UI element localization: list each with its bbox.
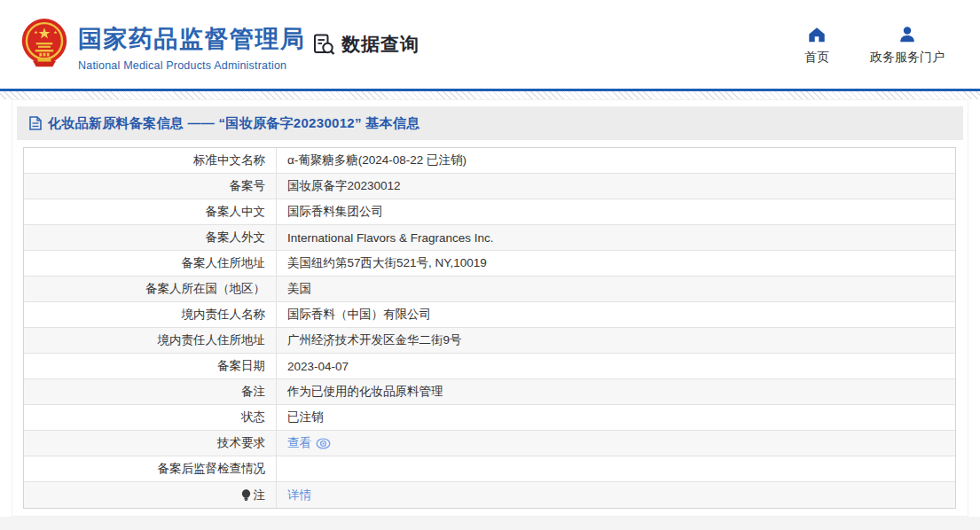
row-value: 美国纽约第57西大街521号, NY,10019 [277, 251, 955, 276]
row-value: α-葡聚糖多糖(2024-08-22 已注销) [277, 148, 955, 173]
data-query-tab[interactable]: 数据查询 [312, 32, 419, 57]
table-row: 备案人中文 国际香料集团公司 [24, 199, 955, 225]
row-label: 标准中文名称 [24, 148, 277, 173]
national-emblem-icon [20, 18, 69, 69]
org-name-en: National Medical Products Administration [78, 59, 306, 72]
table-row: 备案日期 2023-04-07 [24, 354, 955, 379]
row-label: 备案后监督检查情况 [24, 456, 277, 481]
table-row: 备案人住所地址 美国纽约第57西大街521号, NY,10019 [24, 251, 955, 277]
row-value: 详情 [277, 482, 955, 508]
row-label: 备案人所在国（地区） [24, 277, 277, 301]
row-label: 备案人外文 [24, 225, 277, 250]
nav-item-gov-portal[interactable]: 政务服务门户 [870, 25, 945, 66]
row-value: 国际香料集团公司 [277, 199, 955, 224]
bulb-icon [241, 489, 251, 502]
page-title-bar: 化妆品新原料备案信息 —— “国妆原备字20230012” 基本信息 [17, 106, 963, 140]
table-row: 备案后监督检查情况 [24, 456, 955, 482]
user-icon [898, 25, 917, 44]
footer-strip [0, 517, 980, 530]
row-label: 备案人中文 [24, 199, 277, 224]
table-row: 状态 已注销 [24, 405, 955, 431]
document-icon [29, 116, 42, 130]
top-nav: 首页 政务服务门户 [804, 25, 945, 66]
row-value [277, 456, 955, 481]
row-value: 已注销 [277, 405, 955, 430]
table-row-note: 注 详情 [24, 482, 955, 508]
nmpa-emblem-logo [20, 18, 69, 69]
document-search-icon [312, 33, 336, 57]
row-value: 2023-04-07 [277, 354, 955, 378]
org-title-block: 国家药品监督管理局 National Medical Products Admi… [78, 23, 306, 72]
site-header: 国家药品监督管理局 National Medical Products Admi… [0, 0, 980, 89]
note-label: 注 [254, 487, 266, 503]
row-label: 备案号 [24, 174, 277, 199]
page-title: 化妆品新原料备案信息 —— “国妆原备字20230012” 基本信息 [48, 115, 419, 132]
table-row: 备案人所在国（地区） 美国 [24, 277, 955, 302]
row-label: 备注 [24, 379, 277, 404]
home-icon [807, 25, 827, 44]
row-label: 状态 [24, 405, 277, 430]
hatch-stripe-band [0, 91, 980, 99]
row-label: 境内责任人名称 [24, 302, 277, 327]
row-label: 境内责任人住所地址 [24, 328, 277, 353]
table-row: 标准中文名称 α-葡聚糖多糖(2024-08-22 已注销) [24, 148, 955, 174]
nav-item-home[interactable]: 首页 [804, 25, 829, 66]
data-query-label: 数据查询 [341, 32, 419, 57]
record-info-table: 标准中文名称 α-葡聚糖多糖(2024-08-22 已注销) 备案号 国妆原备字… [23, 147, 956, 509]
table-row-tech-requirements: 技术要求 查看 [24, 431, 955, 456]
nav-gov-portal-label: 政务服务门户 [870, 50, 945, 66]
content-card: 化妆品新原料备案信息 —— “国妆原备字20230012” 基本信息 标准中文名… [12, 99, 968, 517]
view-tech-requirements-link[interactable]: 查看 [287, 435, 311, 451]
row-value: 广州经济技术开发区金华二街9号 [277, 328, 955, 353]
table-row: 境内责任人住所地址 广州经济技术开发区金华二街9号 [24, 328, 955, 354]
row-value: International Flavors & Fragrances Inc. [277, 225, 955, 250]
row-label: 备案人住所地址 [24, 251, 277, 276]
table-row: 备案人外文 International Flavors & Fragrances… [24, 225, 955, 251]
table-row: 备注 作为已使用的化妆品原料管理 [24, 379, 955, 405]
row-value: 作为已使用的化妆品原料管理 [277, 379, 955, 404]
table-row: 备案号 国妆原备字20230012 [24, 174, 955, 199]
row-value: 国际香料（中国）有限公司 [277, 302, 955, 327]
row-value: 查看 [277, 431, 955, 456]
eye-icon[interactable] [316, 438, 331, 449]
note-details-link[interactable]: 详情 [287, 487, 311, 503]
nav-home-label: 首页 [804, 50, 829, 66]
row-value: 美国 [277, 277, 955, 301]
table-row: 境内责任人名称 国际香料（中国）有限公司 [24, 302, 955, 328]
row-value: 国妆原备字20230012 [277, 174, 955, 199]
row-label: 注 [24, 482, 277, 508]
org-name-cn: 国家药品监督管理局 [78, 23, 306, 55]
row-label: 技术要求 [24, 431, 277, 456]
row-label: 备案日期 [24, 354, 277, 378]
